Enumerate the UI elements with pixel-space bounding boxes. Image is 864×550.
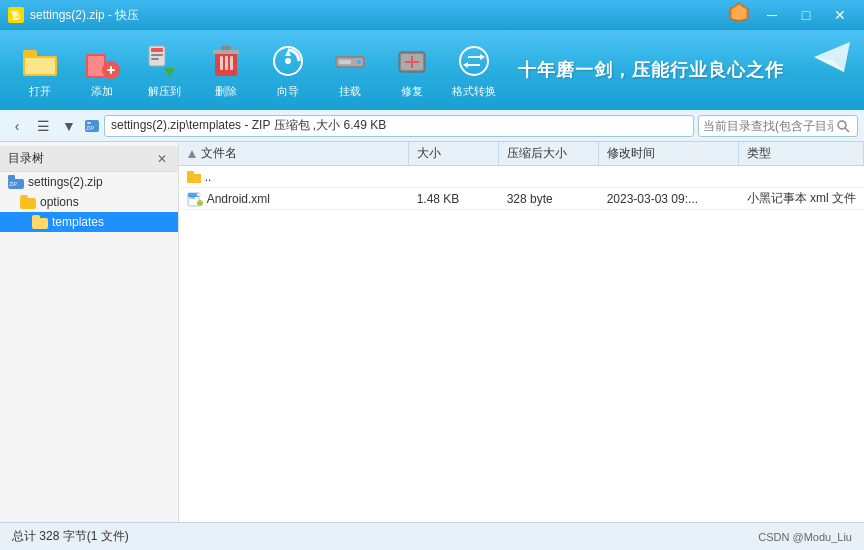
options-folder-icon [20,195,36,209]
file-list-body: .. [179,166,864,522]
sidebar-item-root[interactable]: ZIP settings(2).zip [0,172,178,192]
col-header-type[interactable]: 类型 [739,142,864,165]
svg-rect-16 [213,50,239,54]
svg-rect-11 [151,48,163,52]
svg-marker-34 [463,62,468,68]
parent-folder-icon [187,171,201,183]
svg-rect-12 [151,54,163,56]
back-button[interactable]: ‹ [6,115,28,137]
file-date-cell [599,166,739,187]
toolbar-convert-button[interactable]: 格式转换 [444,35,504,105]
address-input[interactable] [104,115,694,137]
svg-marker-14 [164,68,175,78]
sidebar-item-options[interactable]: options [0,192,178,212]
sidebar-templates-label: templates [52,215,104,229]
svg-rect-3 [23,50,37,58]
zip-icon: ZIP [84,118,100,134]
col-header-size[interactable]: 大小 [409,142,499,165]
sidebar-header: 目录树 ✕ [0,146,178,172]
svg-rect-18 [220,56,223,70]
search-input[interactable] [703,119,833,133]
close-button[interactable]: ✕ [824,1,856,29]
file-packed-cell: 328 byte [499,188,599,209]
wizard-label: 向导 [277,84,299,99]
convert-icon [455,42,493,80]
col-header-name[interactable]: 文件名 [179,142,409,165]
svg-point-32 [460,47,488,75]
table-row[interactable]: XML Android.xml 1.48 KB 328 byte [179,188,864,210]
sidebar-item-templates[interactable]: templates [0,212,178,232]
file-size-cell [409,166,499,187]
app-icon: 🗜 [8,7,24,23]
svg-rect-9 [110,66,112,74]
svg-rect-13 [151,58,159,60]
minimize-button[interactable]: ─ [756,1,788,29]
sidebar-root-label: settings(2).zip [28,175,103,189]
view-dropdown-button[interactable]: ▼ [58,115,80,137]
svg-point-54 [200,201,201,202]
status-bar: 总计 328 字节(1 文件) CSDN @Modu_Liu [0,522,864,550]
svg-rect-44 [8,175,15,180]
zip-folder-icon: ZIP [8,175,24,189]
toolbar-extract-button[interactable]: 解压到 [134,35,194,105]
svg-point-41 [838,121,846,129]
col-header-packed[interactable]: 压缩后大小 [499,142,599,165]
sidebar-title: 目录树 [8,150,44,167]
watermark: CSDN @Modu_Liu [758,531,852,543]
address-bar: ‹ ☰ ▼ ZIP [0,110,864,142]
add-icon [83,42,121,80]
toolbar-repair-button[interactable]: 修复 [382,35,442,105]
mount-label: 挂载 [339,84,361,99]
file-date-cell: 2023-03-03 09:... [599,188,739,209]
toolbar-add-button[interactable]: 添加 [72,35,132,105]
status-text: 总计 328 字节(1 文件) [12,528,129,545]
sidebar-options-label: options [40,195,79,209]
file-name-cell: XML Android.xml [179,188,409,209]
file-type-cell: 小黑记事本 xml 文件 [739,188,864,209]
window-controls: ─ □ ✕ [728,1,856,29]
repair-label: 修复 [401,84,423,99]
col-header-date[interactable]: 修改时间 [599,142,739,165]
file-name-cell: .. [179,166,409,187]
sidebar-close-button[interactable]: ✕ [154,151,170,167]
svg-rect-50 [197,193,200,196]
maximize-button[interactable]: □ [790,1,822,29]
list-view-button[interactable]: ☰ [32,115,54,137]
toolbar-mount-button[interactable]: 挂载 [320,35,380,105]
svg-rect-27 [339,60,351,64]
window-title: settings(2).zip - 快压 [30,7,139,24]
open-label: 打开 [29,84,51,99]
toolbar-delete-button[interactable]: 删除 [196,35,256,105]
file-packed-cell [499,166,599,187]
open-icon [21,42,59,80]
table-row[interactable]: .. [179,166,864,188]
svg-rect-17 [221,46,231,50]
svg-line-42 [845,128,849,132]
repair-icon [393,42,431,80]
search-icon[interactable] [836,119,850,133]
extract-icon [145,42,183,80]
sort-icon [187,149,197,159]
brand-icon [728,1,750,23]
file-type-cell [739,166,864,187]
add-label: 添加 [91,84,113,99]
mount-icon [331,42,369,80]
toolbar-open-button[interactable]: 打开 [10,35,70,105]
toolbar-slogan: 十年磨一剑，压能行业良心之作 [518,58,784,82]
svg-point-22 [285,58,291,64]
svg-marker-46 [188,150,196,158]
svg-rect-4 [25,58,55,74]
toolbar-wizard-button[interactable]: 向导 [258,35,318,105]
file-size-cell: 1.48 KB [409,188,499,209]
main-area: 目录树 ✕ ZIP settings(2).zip options templa… [0,142,864,522]
android-xml-icon: XML [187,191,203,207]
svg-marker-33 [480,54,485,60]
svg-point-26 [357,60,361,64]
search-box [698,115,858,137]
sidebar: 目录树 ✕ ZIP settings(2).zip options templa… [0,142,179,522]
svg-text:XML: XML [189,196,196,200]
templates-folder-icon [32,215,48,229]
delete-icon [207,42,245,80]
svg-marker-35 [814,42,850,72]
file-list-header: 文件名 大小 压缩后大小 修改时间 类型 [179,142,864,166]
